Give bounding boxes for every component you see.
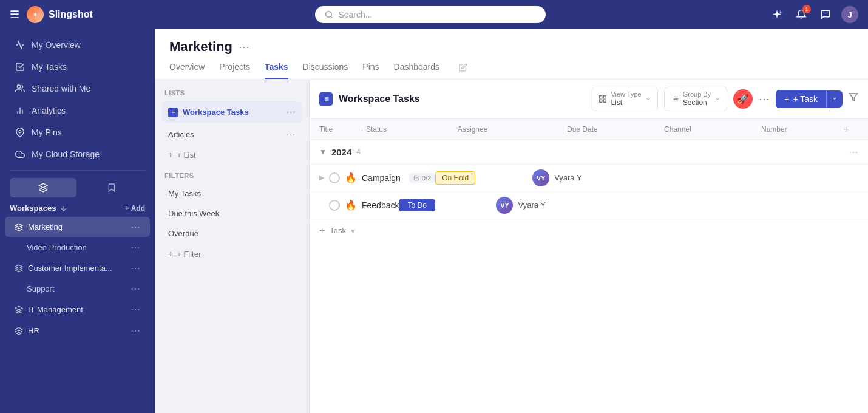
subtask-count: 0/2	[422, 174, 431, 182]
toggle-layers-btn[interactable]	[10, 178, 76, 197]
workspace-more-btn[interactable]: ⋯	[131, 325, 140, 336]
svg-marker-7	[39, 183, 47, 188]
rocket-btn[interactable]: 🚀	[733, 89, 753, 109]
plus-icon: +	[168, 249, 173, 259]
add-list-btn[interactable]: + + List	[162, 146, 302, 163]
task-status-cell: To Do	[399, 199, 496, 211]
panel-list-icon	[322, 95, 330, 103]
svg-marker-9	[15, 224, 22, 227]
add-task-row[interactable]: + Task ▾	[310, 219, 868, 242]
sidebar-item-label: My Pins	[32, 128, 62, 137]
sidebar-item-shared-with-me[interactable]: Shared with Me	[5, 78, 150, 99]
svg-marker-10	[15, 265, 22, 268]
sparkle-icon	[771, 9, 783, 21]
sidebar-item-my-tasks[interactable]: My Tasks	[5, 56, 150, 77]
notifications-icon[interactable]: 1	[793, 6, 810, 23]
plus-icon: +	[784, 94, 789, 104]
workspace-item-it-management[interactable]: IT Management ⋯	[5, 299, 150, 319]
page-title-row: Marketing ⋯	[169, 39, 853, 55]
sub-item-video-production[interactable]: Video Production ⋯	[5, 238, 150, 257]
task-panel-header: Workspace Tasks View Type List	[310, 80, 868, 119]
task-panel-controls: View Type List Gro	[592, 87, 858, 111]
workspace-item-marketing[interactable]: Marketing ⋯	[5, 217, 150, 237]
page-menu-icon[interactable]: ⋯	[239, 40, 249, 53]
tab-projects[interactable]: Projects	[219, 62, 250, 79]
sidebar-item-analytics[interactable]: Analytics	[5, 100, 150, 121]
workspace-item-customer[interactable]: Customer Implementa... ⋯	[5, 258, 150, 278]
expand-placeholder: ▶	[319, 201, 324, 209]
lists-section-label: LISTS	[162, 89, 302, 97]
col-title: Title	[319, 125, 361, 134]
toggle-bookmarks-btn[interactable]	[79, 178, 146, 197]
task-title-cell: ▶ 🔥 Feedback	[319, 199, 399, 211]
expand-icon[interactable]: ▶	[319, 174, 324, 182]
filter-item-due-this-week[interactable]: Due this Week	[162, 204, 302, 223]
filter-item-overdue[interactable]: Overdue	[162, 224, 302, 243]
svg-point-6	[19, 131, 21, 133]
shared-icon	[15, 84, 25, 94]
edit-icon[interactable]	[459, 63, 467, 72]
task-checkbox[interactable]	[329, 172, 340, 183]
list-item-label: Workspace Tasks	[183, 108, 249, 117]
add-column-btn[interactable]: +	[834, 124, 858, 135]
search-container: Search...	[100, 6, 761, 23]
svg-marker-32	[849, 94, 857, 101]
sub-more-btn[interactable]: ⋯	[131, 283, 140, 295]
workspace-icon	[15, 264, 23, 273]
sort-icon[interactable]	[59, 204, 68, 213]
task-checkbox[interactable]	[329, 200, 340, 211]
list-item-articles[interactable]: Articles ⋯	[162, 124, 302, 145]
group-by-btn[interactable]: Group By Section	[664, 87, 727, 111]
sidebar-item-my-overview[interactable]: My Overview	[5, 35, 150, 55]
workspace-more-btn[interactable]: ⋯	[131, 221, 140, 233]
search-box[interactable]: Search...	[315, 6, 546, 23]
workspace-more-btn[interactable]: ⋯	[131, 304, 140, 315]
user-avatar[interactable]: J	[841, 6, 858, 23]
section-row: ▼ 2024 4 ⋯	[310, 140, 868, 165]
add-task-dropdown-btn[interactable]	[826, 90, 843, 108]
sidebar: My Overview My Tasks Shared with Me Anal…	[0, 29, 155, 413]
hamburger-icon[interactable]: ☰	[10, 8, 19, 21]
svg-point-1	[326, 12, 331, 17]
table-row: ▶ 🔥 Campaign 0/2	[310, 165, 868, 192]
filter-item-my-tasks[interactable]: My Tasks	[162, 184, 302, 203]
view-type-btn[interactable]: View Type List	[592, 87, 657, 111]
group-icon	[671, 95, 679, 103]
filter-btn[interactable]	[849, 92, 858, 105]
list-item-workspace-tasks[interactable]: Workspace Tasks ⋯	[162, 101, 302, 123]
sidebar-item-cloud-storage[interactable]: My Cloud Storage	[5, 144, 150, 165]
add-workspace-btn[interactable]: + Add	[125, 204, 145, 213]
sub-more-btn[interactable]: ⋯	[131, 242, 140, 253]
status-badge[interactable]: On Hold	[435, 171, 475, 185]
tab-pins[interactable]: Pins	[362, 62, 379, 79]
status-badge[interactable]: To Do	[399, 199, 435, 211]
bookmark-icon	[107, 183, 117, 193]
list-item-more-btn[interactable]: ⋯	[286, 129, 296, 140]
svg-rect-24	[604, 100, 606, 102]
workspace-item-hr[interactable]: HR ⋯	[5, 321, 150, 341]
view-type-label: View Type	[611, 90, 641, 98]
group-by-label: Group By	[683, 90, 711, 98]
tab-tasks[interactable]: Tasks	[265, 62, 288, 79]
section-more-btn[interactable]: ⋯	[849, 146, 858, 158]
section-chevron-icon[interactable]: ▼	[319, 148, 327, 156]
col-status-label: Status	[366, 125, 387, 134]
task-title-cell: ▶ 🔥 Campaign 0/2	[319, 172, 435, 183]
assignee-avatar: VY	[532, 169, 549, 186]
tab-overview[interactable]: Overview	[169, 62, 205, 79]
ai-icon[interactable]	[768, 6, 785, 23]
add-filter-label: + Filter	[177, 250, 201, 259]
more-options-btn[interactable]: ⋯	[759, 92, 770, 106]
workspace-icon	[15, 223, 23, 231]
add-task-btn[interactable]: + + Task	[776, 90, 826, 108]
sidebar-item-my-pins[interactable]: My Pins	[5, 122, 150, 143]
tab-discussions[interactable]: Discussions	[303, 62, 348, 79]
workspace-more-btn[interactable]: ⋯	[131, 262, 140, 274]
tab-dashboards[interactable]: Dashboards	[394, 62, 440, 79]
messages-icon[interactable]	[817, 6, 834, 23]
group-by-sub: Section	[683, 98, 711, 107]
sidebar-item-label: Shared with Me	[32, 84, 90, 94]
list-item-more-btn[interactable]: ⋯	[286, 106, 296, 118]
add-filter-btn[interactable]: + + Filter	[162, 245, 302, 262]
sub-item-support[interactable]: Support ⋯	[5, 279, 150, 298]
